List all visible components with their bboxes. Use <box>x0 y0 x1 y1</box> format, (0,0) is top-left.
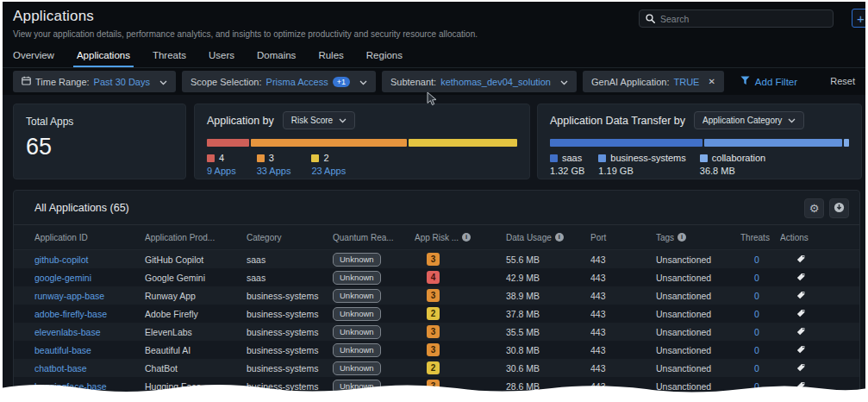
data-usage: 35.5 MB <box>506 327 590 337</box>
threats-link[interactable]: 0 <box>740 273 780 283</box>
filter-scope-selection[interactable]: Scope Selection: Prisma Access +1 <box>182 71 376 92</box>
tag-icon[interactable] <box>796 326 806 338</box>
port: 443 <box>590 363 656 374</box>
application-id-link[interactable]: runway-app-base <box>34 291 145 301</box>
table-row[interactable]: runway-app-base Runway App business-syst… <box>14 286 859 305</box>
table-header-row: Application ID Application Prod... Categ… <box>14 225 859 250</box>
table-row[interactable]: google-gemini Google Gemini saas Unknown… <box>14 268 859 286</box>
apps-count-link[interactable]: 33 Apps <box>257 166 291 176</box>
transfer-bar-saas[interactable] <box>550 139 703 147</box>
risk-badge: 3 <box>427 289 440 302</box>
tags: Unsanctioned <box>656 273 740 283</box>
add-filter-button[interactable]: Add Filter <box>740 76 797 87</box>
category-dropdown[interactable]: Application Category <box>694 111 804 129</box>
column-header-threats[interactable]: Threats <box>740 233 780 242</box>
risk-card-title: Application by <box>207 115 274 127</box>
application-id-link[interactable]: chatbot-base <box>34 363 145 374</box>
column-header-category[interactable]: Category <box>247 233 333 242</box>
legend-value: 36.8 MB <box>700 166 765 176</box>
table-title: All Applications (65) <box>34 202 129 214</box>
application-id-link[interactable]: adobe-firefly-base <box>34 309 145 319</box>
tag-icon[interactable] <box>796 344 806 356</box>
info-icon[interactable]: i <box>462 233 471 242</box>
column-header-application-id[interactable]: Application ID <box>34 233 145 242</box>
threats-link[interactable]: 0 <box>740 345 780 355</box>
close-icon[interactable]: ✕ <box>708 77 715 86</box>
table-row[interactable]: adobe-firefly-base Adobe Firefly busines… <box>14 305 859 323</box>
column-header-data-usage[interactable]: Data Usagei <box>506 233 590 242</box>
application-id-link[interactable]: github-copilot <box>34 254 145 265</box>
reset-button[interactable]: Reset <box>830 76 855 86</box>
tag-icon[interactable] <box>796 362 806 374</box>
info-icon[interactable]: i <box>678 233 686 242</box>
table-row[interactable]: beautiful-base Beautiful AI business-sys… <box>14 341 859 359</box>
table-row[interactable]: chatbot-base ChatBot business-systems Un… <box>14 359 859 377</box>
risk-bar-segment-4[interactable] <box>207 139 249 147</box>
category: saas <box>247 254 333 265</box>
column-header-app-risk[interactable]: App Risk ...i <box>415 233 506 242</box>
mouse-cursor <box>427 91 438 110</box>
threats-link[interactable]: 0 <box>740 309 780 319</box>
add-button[interactable]: + <box>852 9 865 28</box>
info-icon[interactable]: i <box>555 233 564 242</box>
tag-icon[interactable] <box>796 254 806 266</box>
threats-link[interactable]: 0 <box>740 327 780 337</box>
filter-subtenant[interactable]: Subtenant: kethomas_dev04_solution <box>382 71 577 92</box>
tab-threats[interactable]: Threats <box>153 45 186 67</box>
apps-count-link[interactable]: 9 Apps <box>207 166 236 176</box>
filter-label: GenAI Application: <box>591 77 670 87</box>
risk-bar-segment-2[interactable] <box>409 139 517 147</box>
transfer-legend-item: saas 1.32 GB <box>550 153 584 176</box>
application-product: ElevenLabs <box>145 327 247 337</box>
risk-score-dropdown[interactable]: Risk Score <box>283 111 355 129</box>
column-header-actions[interactable]: Actions <box>780 233 849 242</box>
table-export-button[interactable] <box>829 198 849 218</box>
category: business-systems <box>247 309 333 319</box>
legend-value: 1.19 GB <box>598 166 685 176</box>
table-settings-button[interactable]: ⚙ <box>804 198 824 218</box>
tab-overview[interactable]: Overview <box>13 45 54 67</box>
funnel-icon <box>740 76 750 87</box>
port: 443 <box>590 273 656 283</box>
transfer-bar-collaboration[interactable] <box>844 139 849 147</box>
tag-icon[interactable] <box>796 308 806 320</box>
column-header-tags[interactable]: Tagsi <box>656 233 740 242</box>
risk-badge: 2 <box>427 361 440 374</box>
tab-domains[interactable]: Domains <box>257 45 296 67</box>
application-id-link[interactable]: elevenlabs-base <box>34 327 145 337</box>
transfer-card-title: Application Data Transfer by <box>550 115 685 127</box>
column-header-quantum[interactable]: Quantum Rea... <box>333 233 415 242</box>
application-id-link[interactable]: beautiful-base <box>34 345 145 355</box>
risk-badge: 4 <box>427 271 440 284</box>
calendar-icon <box>22 76 31 87</box>
risk-legend-item: 3 33 Apps <box>257 153 291 176</box>
chevron-down-icon <box>359 77 367 87</box>
search-box[interactable] <box>639 9 834 28</box>
threats-link[interactable]: 0 <box>740 254 780 265</box>
tab-users[interactable]: Users <box>209 45 234 67</box>
tab-applications[interactable]: Applications <box>77 45 130 67</box>
risk-bar-segment-3[interactable] <box>251 139 407 147</box>
top-bar: Applications View your application detai… <box>3 2 865 45</box>
threats-link[interactable]: 0 <box>740 291 780 301</box>
tag-icon[interactable] <box>796 272 806 284</box>
data-usage: 37.8 MB <box>506 309 590 319</box>
tag-icon[interactable] <box>796 290 806 302</box>
threats-link[interactable]: 0 <box>740 363 780 374</box>
search-input[interactable] <box>660 14 827 24</box>
filter-genai-application[interactable]: GenAI Application: TRUE ✕ <box>583 71 724 92</box>
table-row[interactable]: elevenlabs-base ElevenLabs business-syst… <box>14 323 859 341</box>
column-header-application-product[interactable]: Application Prod... <box>145 233 247 242</box>
transfer-bar-business-systems[interactable] <box>704 139 842 147</box>
legend-label: 3 <box>269 153 274 163</box>
risk-legend-item: 2 23 Apps <box>311 153 346 176</box>
apps-count-link[interactable]: 23 Apps <box>311 166 346 176</box>
transfer-legend-item: collaboration 36.8 MB <box>700 153 765 176</box>
tab-rules[interactable]: Rules <box>318 45 343 67</box>
legend-swatch-orange <box>257 154 265 162</box>
application-id-link[interactable]: google-gemini <box>34 273 145 283</box>
table-row[interactable]: github-copilot GitHub Copilot saas Unkno… <box>14 250 859 268</box>
column-header-port[interactable]: Port <box>590 233 656 242</box>
filter-time-range[interactable]: Time Range: Past 30 Days <box>13 71 176 92</box>
tab-regions[interactable]: Regions <box>366 45 403 67</box>
